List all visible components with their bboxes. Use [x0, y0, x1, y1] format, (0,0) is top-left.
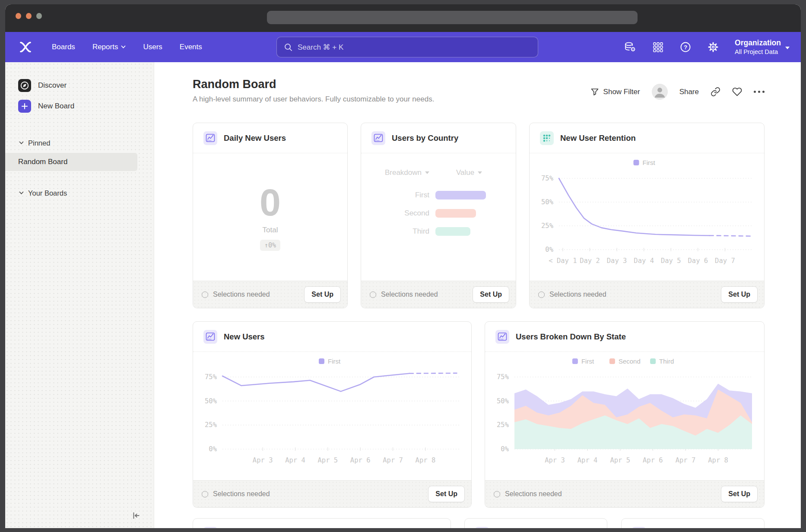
status-text: Selections needed — [549, 291, 716, 298]
card-daily-new-users: Daily New Users 0 Total ↑0% Selections n… — [193, 123, 348, 308]
share-button[interactable]: Share — [679, 88, 699, 96]
mixpanel-logo-icon[interactable] — [19, 41, 35, 54]
traffic-light-close[interactable] — [16, 13, 21, 19]
status-circle-icon — [202, 491, 208, 497]
show-filter-button[interactable]: Show Filter — [590, 88, 640, 96]
page-subtitle: A high-level summary of user behaviors. … — [193, 95, 434, 104]
org-name: Organization — [735, 38, 781, 48]
heart-icon — [732, 87, 742, 97]
compass-icon — [18, 79, 31, 92]
breakdown-dropdown-label: Breakdown — [385, 168, 422, 177]
status-text: Selections needed — [381, 291, 468, 298]
nav-item-reports[interactable]: Reports — [92, 43, 126, 51]
delta-badge: ↑0% — [260, 240, 280, 251]
apps-grid-icon[interactable] — [652, 41, 664, 53]
card-new-user-retention: New User Retention First75%50%25%0%< Day… — [529, 123, 765, 308]
sidebar-board-random-board[interactable]: Random Board — [5, 153, 137, 171]
set-up-button[interactable]: Set Up — [721, 486, 758, 502]
help-icon[interactable]: ? — [679, 41, 692, 53]
search-input[interactable]: Search ⌘ + K — [276, 37, 538, 57]
sidebar-board-random-board-label: Random Board — [18, 158, 67, 166]
card-footer: Selections needed Set Up — [193, 281, 347, 308]
sidebar-section-your-boards[interactable]: Your Boards — [5, 186, 154, 200]
status-circle-icon — [202, 291, 208, 298]
svg-text:Day 3: Day 3 — [607, 257, 627, 265]
svg-text:25%: 25% — [497, 421, 509, 429]
svg-text:75%: 75% — [497, 373, 509, 381]
board-main: Random Board A high-level summary of use… — [154, 62, 801, 528]
svg-text:75%: 75% — [205, 373, 217, 381]
address-bar[interactable] — [267, 11, 638, 24]
svg-text:Apr 3: Apr 3 — [253, 456, 273, 464]
value-dropdown[interactable]: Value — [456, 168, 482, 177]
sidebar-section-pinned[interactable]: Pinned — [5, 136, 154, 150]
svg-text:Apr 8: Apr 8 — [708, 456, 728, 464]
nav-item-reports-label: Reports — [92, 43, 118, 51]
nav-item-boards-label: Boards — [52, 43, 75, 51]
sidebar-section-pinned-label: Pinned — [28, 139, 50, 147]
nav-item-users[interactable]: Users — [143, 43, 162, 51]
sidebar-collapse-button[interactable] — [130, 510, 142, 521]
bar-first — [435, 191, 486, 200]
metric-label: Total — [263, 226, 278, 234]
titlebar — [5, 4, 801, 32]
settings-gear-icon[interactable] — [707, 41, 719, 53]
sidebar-section-your-boards-label: Your Boards — [28, 189, 67, 197]
svg-text:Apr 7: Apr 7 — [676, 456, 696, 464]
card-footer: Selections needed Set Up — [485, 480, 764, 507]
sidebar: Discover New Board Pinned Random Board Y… — [5, 62, 154, 528]
svg-text:Apr 6: Apr 6 — [350, 456, 371, 464]
svg-text:Day 5: Day 5 — [661, 257, 681, 265]
card-title: New User Retention — [560, 133, 636, 143]
breakdown-dropdown[interactable]: Breakdown — [361, 168, 435, 177]
svg-text:Day 4: Day 4 — [634, 257, 654, 265]
org-selector[interactable]: Organization All Project Data — [735, 38, 790, 56]
card-title: Users Broken Down By State — [516, 332, 626, 342]
copy-link-button[interactable] — [711, 87, 720, 97]
svg-text:Day 6: Day 6 — [688, 257, 708, 265]
card-new-users: New Users First75%50%25%0%Apr 3Apr 4Apr … — [193, 321, 472, 508]
set-up-button[interactable]: Set Up — [721, 286, 758, 303]
nav-item-boards[interactable]: Boards — [52, 43, 75, 51]
svg-text:Day 2: Day 2 — [580, 257, 600, 265]
set-up-button[interactable]: Set Up — [428, 486, 465, 502]
avatar[interactable] — [652, 84, 668, 100]
search-icon — [284, 43, 293, 52]
data-management-icon[interactable] — [624, 41, 636, 53]
status-circle-icon — [538, 291, 545, 298]
set-up-button[interactable]: Set Up — [304, 286, 341, 303]
nav-item-events[interactable]: Events — [180, 43, 202, 51]
retention-chart: First75%50%25%0%< Day 1Day 2Day 3Day 4Da… — [530, 153, 764, 281]
svg-text:First: First — [643, 159, 656, 166]
card-footer: Selections needed Set Up — [193, 480, 471, 507]
plus-icon — [18, 100, 31, 113]
traffic-light-zoom[interactable] — [36, 13, 42, 19]
new-users-chart: First75%50%25%0%Apr 3Apr 4Apr 5Apr 6Apr … — [193, 352, 471, 480]
chevron-down-icon — [425, 171, 429, 174]
card-active-users: Active Users — [621, 518, 765, 528]
set-up-button[interactable]: Set Up — [473, 286, 509, 303]
more-options-button[interactable] — [754, 91, 765, 93]
sidebar-item-discover[interactable]: Discover — [5, 75, 154, 96]
org-project: All Project Data — [735, 48, 781, 56]
favorite-button[interactable] — [732, 87, 742, 97]
svg-text:Day 7: Day 7 — [715, 257, 735, 265]
row-label: First — [415, 191, 429, 200]
status-text: Selections needed — [213, 490, 423, 498]
svg-text:First: First — [328, 358, 341, 365]
svg-text:Apr 8: Apr 8 — [416, 456, 436, 464]
traffic-light-minimize[interactable] — [26, 13, 32, 19]
link-icon — [711, 87, 720, 97]
sidebar-item-discover-label: Discover — [38, 81, 67, 90]
chevron-down-icon — [478, 171, 482, 174]
bar-third — [435, 227, 470, 236]
metric-value: 0 — [260, 184, 281, 222]
card-insights-report: Insights Report — [464, 518, 608, 528]
traffic-lights — [16, 13, 42, 19]
chevron-down-icon — [785, 47, 790, 49]
status-circle-icon — [494, 491, 500, 497]
browser-window: Boards Reports Users Events Search ⌘ + K — [5, 4, 801, 528]
svg-text:Apr 3: Apr 3 — [545, 456, 565, 464]
sidebar-item-new-board[interactable]: New Board — [5, 96, 154, 117]
svg-text:First: First — [581, 358, 594, 365]
